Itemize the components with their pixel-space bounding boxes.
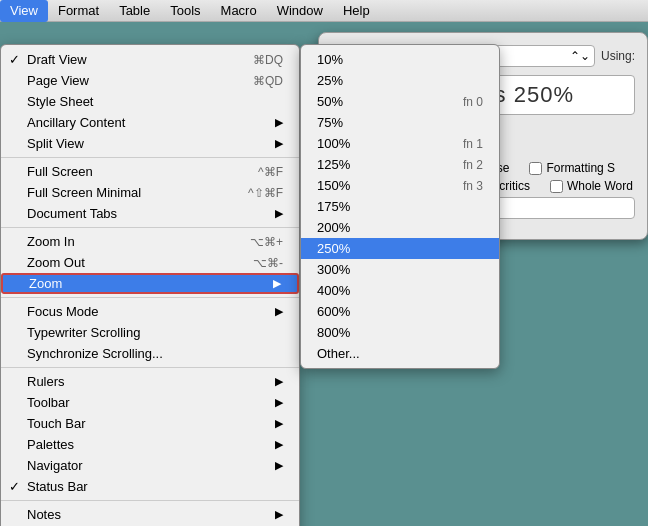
menu-item-label: Focus Mode [27,304,99,319]
zoom-item-50[interactable]: 50% fn 0 [301,91,499,112]
zoom-item-25[interactable]: 25% [301,70,499,91]
menu-item-label: Typewriter Scrolling [27,325,140,340]
zoom-value: 200% [317,220,350,235]
menu-item-page-view[interactable]: Page View ⌘QD [1,70,299,91]
formatting-sensitive-checkbox[interactable] [529,162,542,175]
menu-item-typewriter-scrolling[interactable]: Typewriter Scrolling [1,322,299,343]
menu-item-label: Draft View [27,52,87,67]
where-chevron-icon: ⌃⌄ [570,49,590,63]
menu-item-focus-mode[interactable]: Focus Mode ▶ [1,301,299,322]
separator-1 [1,157,299,158]
zoom-item-800[interactable]: 800% [301,322,499,343]
zoom-item-10[interactable]: 10% [301,49,499,70]
shortcut-draft-view: ⌘DQ [253,53,283,67]
menu-item-full-screen[interactable]: Full Screen ^⌘F [1,161,299,182]
menu-item-label: Full Screen Minimal [27,185,141,200]
menu-item-full-screen-minimal[interactable]: Full Screen Minimal ^⇧⌘F [1,182,299,203]
zoom-value: 800% [317,325,350,340]
menu-item-label: Rulers [27,374,65,389]
zoom-item-other[interactable]: Other... [301,343,499,364]
whole-word-group: Whole Word [550,179,633,193]
zoom-item-75[interactable]: 75% [301,112,499,133]
shortcut-full-screen-minimal: ^⇧⌘F [248,186,283,200]
shortcut-page-view: ⌘QD [253,74,283,88]
menu-item-notes[interactable]: Notes ▶ [1,504,299,525]
zoom-item-600[interactable]: 600% [301,301,499,322]
zoom-item-175[interactable]: 175% [301,196,499,217]
fn-label: fn 3 [463,179,483,193]
zoom-value: 50% [317,94,343,109]
zoom-item-300[interactable]: 300% [301,259,499,280]
menu-item-split-view[interactable]: Split View ▶ [1,133,299,154]
whole-word-checkbox[interactable] [550,180,563,193]
menu-item-zoom-out[interactable]: Zoom Out ⌥⌘- [1,252,299,273]
zoom-value: 300% [317,262,350,277]
zoom-value: 75% [317,115,343,130]
menu-item-label: Toolbar [27,395,70,410]
menu-item-label: Full Screen [27,164,93,179]
menu-macro[interactable]: Macro [211,0,267,22]
menu-item-navigator[interactable]: Navigator ▶ [1,455,299,476]
menu-item-label: Navigator [27,458,83,473]
menu-help[interactable]: Help [333,0,380,22]
menu-item-style-sheet[interactable]: Style Sheet [1,91,299,112]
separator-4 [1,367,299,368]
zoom-value: 125% [317,157,350,172]
zoom-value: 250% [317,241,350,256]
menu-item-touch-bar[interactable]: Touch Bar ▶ [1,413,299,434]
menu-item-label: Notes [27,507,61,522]
zoom-item-200[interactable]: 200% [301,217,499,238]
zoom-item-125[interactable]: 125% fn 2 [301,154,499,175]
zoom-item-250[interactable]: 250% [301,238,499,259]
submenu-arrow-icon: ▶ [275,508,283,521]
menu-item-label: Zoom Out [27,255,85,270]
zoom-value: 400% [317,283,350,298]
menu-item-label: Style Sheet [27,94,94,109]
submenu-arrow-icon: ▶ [275,438,283,451]
shortcut-zoom-out: ⌥⌘- [253,256,283,270]
separator-5 [1,500,299,501]
zoom-value: Other... [317,346,360,361]
menu-item-ancillary-content[interactable]: Ancillary Content ▶ [1,112,299,133]
submenu-arrow-icon: ▶ [275,375,283,388]
menu-item-label: Page View [27,73,89,88]
zoom-value: 600% [317,304,350,319]
menu-item-label: Split View [27,136,84,151]
menu-tools[interactable]: Tools [160,0,210,22]
zoom-item-400[interactable]: 400% [301,280,499,301]
formatting-sensitive-label: Formatting S [546,161,615,175]
submenu-arrow-icon: ▶ [275,396,283,409]
menu-view[interactable]: View [0,0,48,22]
zoom-item-100[interactable]: 100% fn 1 [301,133,499,154]
checkmark-icon: ✓ [9,479,20,494]
menu-item-toolbar[interactable]: Toolbar ▶ [1,392,299,413]
menu-item-zoom[interactable]: Zoom ▶ [1,273,299,294]
menu-item-label: Zoom In [27,234,75,249]
menu-item-label: Palettes [27,437,74,452]
menu-item-status-bar[interactable]: ✓ Status Bar [1,476,299,497]
submenu-arrow-icon: ▶ [275,417,283,430]
menu-item-synchronize-scrolling[interactable]: Synchronize Scrolling... [1,343,299,364]
fn-label: fn 2 [463,158,483,172]
view-menu: ✓ Draft View ⌘DQ Page View ⌘QD Style She… [0,44,300,526]
menu-format[interactable]: Format [48,0,109,22]
separator-3 [1,297,299,298]
using-label: Using: [601,49,635,63]
menu-item-zoom-in[interactable]: Zoom In ⌥⌘+ [1,231,299,252]
zoom-item-150[interactable]: 150% fn 3 [301,175,499,196]
menu-item-palettes[interactable]: Palettes ▶ [1,434,299,455]
zoom-value: 25% [317,73,343,88]
menu-item-label: Document Tabs [27,206,117,221]
menu-table[interactable]: Table [109,0,160,22]
submenu-arrow-icon: ▶ [273,277,281,290]
formatting-sensitive-group: Formatting S [529,161,615,175]
menu-item-draft-view[interactable]: ✓ Draft View ⌘DQ [1,49,299,70]
submenu-arrow-icon: ▶ [275,116,283,129]
menu-item-label: Synchronize Scrolling... [27,346,163,361]
menu-item-document-tabs[interactable]: Document Tabs ▶ [1,203,299,224]
menu-item-rulers[interactable]: Rulers ▶ [1,371,299,392]
checkmark-icon: ✓ [9,52,20,67]
separator-2 [1,227,299,228]
menu-window[interactable]: Window [267,0,333,22]
menu-item-label: Status Bar [27,479,88,494]
